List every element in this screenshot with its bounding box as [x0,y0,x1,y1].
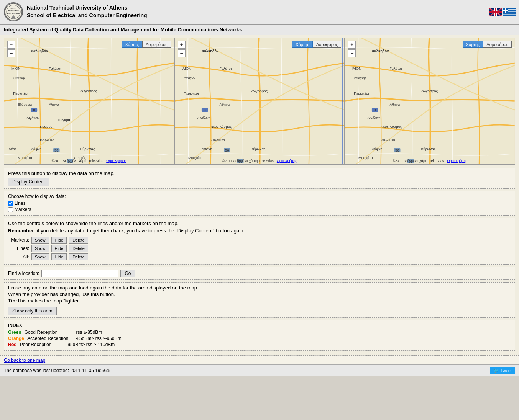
svg-text:Δάφνη: Δάφνη [31,147,41,151]
tweet-label: Tweet [501,368,512,373]
svg-text:ΜΕΤΣΟΒΙΟ: ΜΕΤΣΟΒΙΟ [8,10,19,12]
flags-container [489,8,515,16]
display-content-button[interactable]: Display Content [8,178,49,186]
markers-label: Markers [15,207,31,212]
svg-text:Καλλιθέα: Καλλιθέα [210,138,225,142]
svg-rect-22 [503,13,516,14]
show-only-this-area-button[interactable]: Show only this area [8,307,57,315]
map-panel-2: Χαλκηδόν Αναγυρ ΙΛΙΟΝ Γαλάτσι Περιστέρι … [175,38,345,164]
lines-row: Lines [8,201,511,206]
show-area-tip: Tip:This makes the map "lighter". [8,298,511,304]
svg-text:Καλλιθέα: Καλλιθέα [381,138,396,142]
svg-text:Νέος: Νέος [9,147,17,151]
index-section: INDEX Green Good Reception rss ≥-85dBm O… [4,320,515,351]
svg-rect-23 [503,14,516,15]
svg-text:Περιστέρι: Περιστέρι [13,92,28,95]
markers-delete-button[interactable]: Delete [69,237,88,244]
svg-text:Ζωγράφος: Ζωγράφος [251,89,268,93]
back-to-one-map-link[interactable]: Go back to one map [4,358,45,363]
svg-text:56: 56 [395,149,399,152]
map1-btn-satellite[interactable]: Δορυφόρος [142,41,171,48]
svg-text:56: 56 [54,149,58,152]
index-range-green: rss ≥-85dBm [76,330,102,335]
map1-zoom-in[interactable]: + [7,41,15,49]
map2-btn-satellite[interactable]: Δορυφόρος [313,41,342,48]
svg-text:Χαλκηδόν: Χαλκηδόν [372,49,389,53]
svg-text:56: 56 [225,149,229,152]
maps-container: Χαλκηδόν Αναγυρ ΙΛΙΟΝ Γαλάτσι Περιστέρι … [4,38,515,165]
svg-text:Βύρωνας: Βύρωνας [251,147,266,151]
map2-zoom-out[interactable]: − [178,49,186,57]
svg-text:Νέος Κόσμος: Νέος Κόσμος [381,125,402,129]
find-location-input[interactable] [41,270,118,277]
svg-text:Περιστέρι: Περιστέρι [184,92,199,95]
svg-rect-27 [503,10,508,11]
lines-control-label: Lines: [8,246,29,251]
show-area-line2: When the provider has changed, use this … [8,291,511,297]
svg-text:Αναγυρ: Αναγυρ [354,76,366,80]
map3-btn-satellite[interactable]: Δορυφόρος [483,41,512,48]
svg-text:8: 8 [204,108,205,112]
svg-text:Βύρωνας: Βύρωνας [421,147,436,151]
lines-checkbox[interactable] [8,201,13,206]
svg-text:Αναγυρ: Αναγυρ [184,76,195,80]
go-button[interactable]: Go [120,270,135,277]
tweet-button[interactable]: 🐦 Tweet [490,367,515,374]
svg-text:Κοσμος: Κοσμος [40,125,53,129]
map2-controls: + − [178,41,186,57]
markers-show-button[interactable]: Show [31,237,49,244]
school-name: School of Electrical and Computer Engine… [27,12,147,20]
map3-zoom-in[interactable]: + [348,41,356,49]
controls-remember: Remember: if you delete any data, to get… [8,228,511,234]
index-row-red: Red Poor Reception -95dBm> rss ≥-110dBm [8,342,511,347]
map1-footer: ©2011 Δεδομένα χάρτη Tele Atlas - Όροι Χ… [4,159,174,163]
university-logo: ΕΘΝΙΚΟ ΜΕΤΣΟΒΙΟ ΠΟΛΥΤΕΧΝΕΙΟ [4,2,23,21]
svg-text:Καλλιθέα: Καλλιθέα [40,138,54,142]
map2-btn-map[interactable]: Χάρτης [292,41,313,48]
flag-greece[interactable] [503,8,515,16]
markers-hide-button[interactable]: Hide [51,237,67,244]
choose-display-section: Choose how to display data: Lines Marker… [4,191,515,216]
index-label-green: Good Reception [25,330,58,335]
lines-delete-button[interactable]: Delete [69,245,88,252]
controls-section: Use the controls below to show/hide the … [4,218,515,265]
lines-show-button[interactable]: Show [31,245,49,252]
map2-terms-link[interactable]: Όροι Χρήσης [277,159,297,163]
map3-type-btns: Χάρτης Δορυφόρος [463,41,512,48]
map3-controls: + − [348,41,356,57]
index-color-red: Red [8,342,17,347]
map3-terms-link[interactable]: Όροι Χρήσης [447,159,468,163]
header-title: National Technical University of Athens … [27,4,147,19]
flag-uk[interactable] [489,8,501,16]
back-link-section: Go back to one map [0,355,519,365]
svg-text:8: 8 [33,108,35,112]
all-delete-button[interactable]: Delete [69,253,88,260]
map-panel-3: Χαλκηδόν Αναγυρ ΙΛΙΟΝ Γαλάτσι Περιστέρι … [345,38,515,164]
map1-btn-map[interactable]: Χάρτης [122,41,142,48]
footer-bar: The database was last updated: 2011-11-0… [0,365,519,376]
map1-controls: + − [7,41,15,57]
all-show-button[interactable]: Show [31,253,49,260]
main-content: Χαλκηδόν Αναγυρ ΙΛΙΟΝ Γαλάτσι Περιστέρι … [0,35,519,355]
index-color-orange: Orange [8,336,24,341]
all-hide-button[interactable]: Hide [51,253,67,260]
markers-row: Markers [8,207,511,212]
svg-text:Αθήνα: Αθήνα [219,103,230,106]
markers-checkbox[interactable] [8,207,13,212]
all-control-label: All: [8,254,29,260]
svg-text:ΕΘΝΙΚΟ: ΕΘΝΙΚΟ [10,8,17,10]
map2-type-btns: Χάρτης Δορυφόρος [292,41,341,48]
svg-text:Χαλκηδόν: Χαλκηδόν [202,49,218,53]
map1-zoom-out[interactable]: − [7,49,15,57]
svg-text:Αθήνα: Αθήνα [49,103,59,106]
map2-zoom-in[interactable]: + [178,41,186,49]
svg-text:ΙΛΙΟΝ: ΙΛΙΟΝ [181,67,191,70]
map1-terms-link[interactable]: Όροι Χρήσης [106,159,126,163]
index-label-red: Poor Reception [20,342,52,347]
lines-hide-button[interactable]: Hide [51,245,67,252]
map3-btn-map[interactable]: Χάρτης [463,41,483,48]
find-location-row: Find a location: Go [8,270,511,277]
tip-text: This makes the map "lighter". [17,298,82,304]
map3-zoom-out[interactable]: − [348,49,356,57]
choose-display-title: Choose how to display data: [8,194,511,199]
